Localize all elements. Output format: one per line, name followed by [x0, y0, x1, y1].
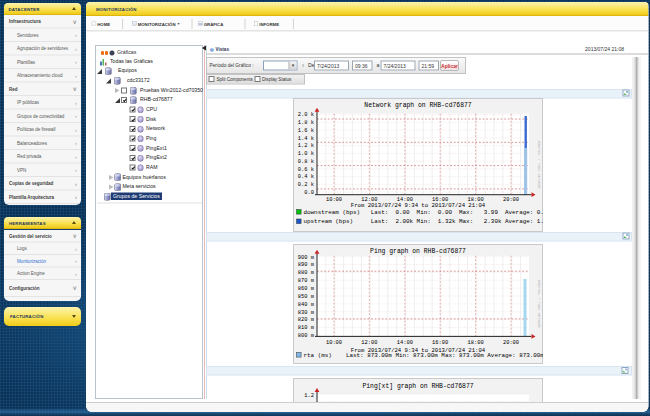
svg-text:830 m: 830 m — [298, 310, 314, 316]
svg-text:10:00: 10:00 — [326, 197, 342, 203]
svg-text:Network graph on RHB-cd76877: Network graph on RHB-cd76877 — [364, 102, 472, 109]
svg-text:rta (ms) Last: 873.00m Min:: rta (ms) Last: 873.00m Min: 873.00m Max:… — [304, 352, 544, 359]
svg-text:20:00: 20:00 — [503, 340, 519, 346]
svg-text:860 m: 860 m — [298, 286, 314, 292]
svg-text:850 m: 850 m — [298, 294, 314, 300]
svg-text:0.0: 0.0 — [304, 190, 314, 196]
svg-text:RRDTOOL / TOBI OETIKER: RRDTOOL / TOBI OETIKER — [537, 280, 541, 328]
svg-text:10:00: 10:00 — [326, 340, 342, 346]
svg-text:890 m: 890 m — [298, 262, 314, 268]
svg-text:820 m: 820 m — [298, 317, 314, 323]
svg-text:880 m: 880 m — [298, 270, 314, 276]
svg-text:1.6 k: 1.6 k — [298, 128, 314, 134]
svg-text:18:00: 18:00 — [468, 340, 484, 346]
svg-text:1.4 k: 1.4 k — [298, 136, 314, 142]
svg-text:1.2 k: 1.2 k — [298, 143, 314, 149]
svg-text:810 m: 810 m — [298, 325, 314, 331]
svg-text:14:00: 14:00 — [397, 340, 413, 346]
svg-text:870 m: 870 m — [298, 278, 314, 284]
svg-text:0.4 k: 0.4 k — [298, 174, 314, 180]
svg-text:900 m: 900 m — [298, 255, 314, 261]
svg-text:800 m: 800 m — [298, 333, 314, 339]
svg-text:Ping graph on RHB-cd76877: Ping graph on RHB-cd76877 — [370, 248, 466, 255]
svg-text:0.6 k: 0.6 k — [298, 167, 314, 173]
svg-text:0.8 k: 0.8 k — [298, 159, 314, 165]
svg-text:16:00: 16:00 — [432, 340, 448, 346]
svg-text:20:00: 20:00 — [503, 197, 519, 203]
svg-text:2.0 k: 2.0 k — [298, 112, 314, 118]
svg-text:From 2013/07/24 9:34 to 2013/0: From 2013/07/24 9:34 to 2013/07/24 21:04 — [351, 202, 486, 209]
svg-text:Ping[xt] graph on RHB-cd76877: Ping[xt] graph on RHB-cd76877 — [362, 383, 473, 390]
svg-text:downstream (bps) Last: 0.00: downstream (bps) Last: 0.00 Min: 0.00 Ma… — [304, 209, 544, 216]
svg-text:1.0 k: 1.0 k — [298, 151, 314, 157]
svg-text:RRDTOOL / TOBI OETIKER: RRDTOOL / TOBI OETIKER — [537, 141, 541, 189]
svg-text:0.2 k: 0.2 k — [298, 182, 314, 188]
svg-text:1.8 k: 1.8 k — [298, 120, 314, 126]
svg-text:1.2: 1.2 — [304, 393, 314, 399]
svg-text:840 m: 840 m — [298, 302, 314, 308]
svg-text:12:00: 12:00 — [361, 340, 377, 346]
svg-text:upstream (bps) Last: 2.00: upstream (bps) Last: 2.00k Min: 1.32k Ma… — [304, 218, 544, 225]
